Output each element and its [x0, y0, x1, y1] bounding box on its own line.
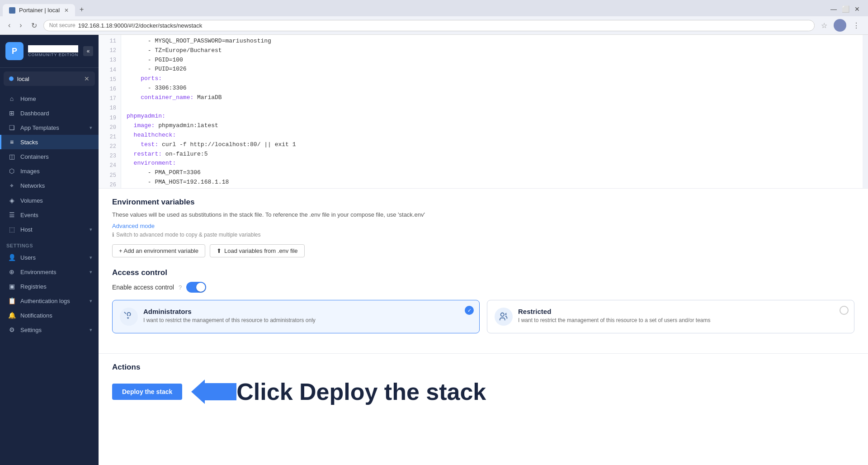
line-num-15: 15 — [99, 75, 121, 85]
add-env-variable-btn[interactable]: + Add an environment variable — [112, 244, 205, 257]
minimize-btn[interactable]: — — [828, 4, 839, 14]
line-num-25: 25 — [99, 171, 121, 180]
line-num-18: 18 — [99, 104, 121, 113]
address-bar[interactable]: Not secure 192.168.1.18:9000/#!/2/docker… — [43, 20, 815, 31]
tab-favicon — [9, 7, 15, 14]
administrators-check: ✓ — [465, 306, 474, 315]
code-line-26: - PMA_HOST=192.168.1.18 — [127, 178, 857, 187]
line-num-17: 17 — [99, 94, 121, 104]
sidebar-item-networks[interactable]: ⌖ Networks — [0, 178, 99, 193]
menu-btn[interactable]: ⋮ — [850, 20, 863, 31]
sidebar-item-host[interactable]: ⬚ Host ▾ — [0, 222, 99, 237]
sidebar-item-dashboard[interactable]: ⊞ Dashboard — [0, 106, 99, 120]
code-line-18 — [127, 103, 857, 112]
line-num-16: 16 — [99, 85, 121, 94]
env-variables-title: Environment variables — [112, 198, 854, 207]
sidebar-item-settings[interactable]: ⚙ Settings ▾ — [0, 323, 99, 337]
restricted-info: Restricted I want to restrict the manage… — [518, 308, 711, 323]
sidebar-collapse-btn[interactable]: « — [83, 46, 93, 56]
line-num-11: 11 — [99, 37, 121, 46]
code-line-25: - PMA_PORT=3306 — [127, 168, 857, 178]
maximize-btn[interactable]: ⬜ — [840, 4, 851, 14]
code-line-20: image: phpmyadmin:latest — [127, 121, 857, 131]
env-variables-section: Environment variables These values will … — [112, 198, 854, 257]
sidebar-item-notifications[interactable]: 🔔 Notifications — [0, 308, 99, 323]
sidebar-item-environments[interactable]: ⊕ Environments ▾ — [0, 265, 99, 279]
line-num-14: 14 — [99, 66, 121, 75]
access-control-section: Access control Enable access control ? — [112, 268, 854, 333]
reload-btn[interactable]: ↻ — [28, 20, 40, 31]
line-num-24: 24 — [99, 161, 121, 171]
code-line-12: - TZ=Europe/Bucharest — [127, 46, 857, 56]
code-line-22: test: curl -f http://localhost:80/ || ex… — [127, 140, 857, 150]
back-btn[interactable]: ‹ — [5, 20, 13, 30]
sidebar: P portainer.io COMMUNITY EDITION « local… — [0, 35, 99, 465]
close-btn[interactable]: ✕ — [852, 4, 863, 14]
sidebar-item-app-templates[interactable]: ❏ App Templates ▾ — [0, 120, 99, 135]
line-num-26: 26 — [99, 180, 121, 189]
code-line-13: - PGID=100 — [127, 56, 857, 65]
click-annotation-text: Click Deploy the stack — [236, 378, 486, 405]
access-control-title: Access control — [112, 268, 854, 277]
main-content: 11 12 13 14 15 16 17 18 19 20 21 22 23 2… — [99, 35, 868, 465]
code-editor-area[interactable]: 11 12 13 14 15 16 17 18 19 20 21 22 23 2… — [99, 35, 868, 189]
restricted-name: Restricted — [518, 308, 711, 315]
sidebar-env-selector[interactable]: local ✕ — [4, 71, 95, 86]
logo-text: portainer.io COMMUNITY EDITION — [28, 45, 78, 57]
env-hint: ℹ Switch to advanced mode to copy & past… — [112, 232, 854, 238]
svg-line-0 — [124, 312, 126, 314]
chevron-down-icon: ▾ — [90, 125, 92, 131]
tab-title: Portainer | local — [19, 7, 60, 14]
administrators-name: Administrators — [143, 308, 316, 315]
code-line-17: container_name: MariaDB — [127, 93, 857, 103]
info-icon: ℹ — [112, 232, 114, 238]
bookmark-btn[interactable]: ☆ — [818, 20, 830, 31]
role-card-administrators[interactable]: Administrators I want to restrict the ma… — [112, 300, 480, 333]
sidebar-item-volumes[interactable]: ◈ Volumes — [0, 193, 99, 208]
volumes-icon: ◈ — [8, 197, 16, 204]
forward-btn[interactable]: › — [17, 20, 24, 30]
deploy-stack-btn[interactable]: Deploy the stack — [112, 384, 182, 400]
access-control-toggle[interactable] — [186, 282, 206, 293]
tab-close-btn[interactable]: ✕ — [64, 7, 69, 14]
actions-title: Actions — [112, 363, 854, 372]
settings-icon: ⚙ — [8, 326, 16, 333]
code-line-21: healthcheck: — [127, 131, 857, 140]
scrollbar[interactable] — [863, 35, 868, 189]
svg-point-1 — [501, 313, 504, 316]
profile-btn[interactable] — [834, 19, 846, 32]
sidebar-item-home[interactable]: ⌂ Home — [0, 91, 99, 106]
env-name-label: local — [17, 76, 80, 82]
url-display: 192.168.1.18:9000/#!/2/docker/stacks/new… — [78, 22, 203, 29]
line-num-20: 20 — [99, 123, 121, 133]
browser-tab[interactable]: Portainer | local ✕ — [3, 4, 75, 16]
code-editor: 11 12 13 14 15 16 17 18 19 20 21 22 23 2… — [99, 35, 868, 189]
load-env-file-btn[interactable]: ⬆ Load variables from .env file — [210, 244, 305, 257]
click-annotation: Click Deploy the stack — [191, 378, 486, 405]
code-content: - MYSQL_ROOT_PASSWORD=mariushosting - TZ… — [121, 35, 863, 189]
chevron-down-icon-environments: ▾ — [90, 269, 92, 275]
line-num-13: 13 — [99, 56, 121, 65]
env-close-btn[interactable]: ✕ — [84, 75, 90, 82]
advanced-mode-link[interactable]: Advanced mode — [112, 223, 155, 229]
sidebar-item-containers[interactable]: ◫ Containers — [0, 149, 99, 164]
sidebar-item-users[interactable]: 👤 Users ▾ — [0, 250, 99, 265]
code-line-23: restart: on-failure:5 — [127, 150, 857, 159]
new-tab-btn[interactable]: + — [75, 3, 88, 16]
code-line-16: - 3306:3306 — [127, 84, 857, 93]
sidebar-item-stacks[interactable]: ≡ Stacks — [0, 135, 99, 149]
containers-icon: ◫ — [8, 153, 16, 160]
sidebar-item-images[interactable]: ⬡ Images — [0, 164, 99, 178]
role-card-restricted[interactable]: Restricted I want to restrict the manage… — [487, 300, 854, 333]
portainer-logo-icon: P — [5, 42, 24, 60]
env-status-dot — [9, 76, 14, 81]
users-icon: 👤 — [8, 254, 16, 261]
sidebar-item-events[interactable]: ☰ Events — [0, 208, 99, 222]
sidebar-item-registries[interactable]: ▣ Registries — [0, 279, 99, 294]
sidebar-item-auth-logs[interactable]: 📋 Authentication logs ▾ — [0, 294, 99, 308]
administrators-desc: I want to restrict the management of thi… — [143, 317, 316, 323]
images-icon: ⬡ — [8, 167, 16, 175]
code-line-11: - MYSQL_ROOT_PASSWORD=mariushosting — [127, 37, 857, 46]
networks-icon: ⌖ — [8, 182, 16, 190]
settings-section-label: Settings — [0, 237, 99, 250]
